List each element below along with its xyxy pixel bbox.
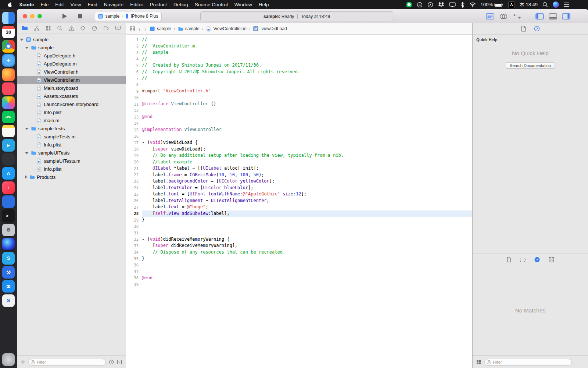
line-number[interactable]: 23 xyxy=(126,179,142,184)
code-line[interactable]: 13@end xyxy=(126,114,472,120)
media-library-icon[interactable] xyxy=(549,257,554,262)
file-inspector-tab-icon[interactable] xyxy=(521,26,526,32)
input-source-icon[interactable]: A xyxy=(508,1,515,8)
code-line[interactable]: 25 label.font = [UIFont fontWithName:@"A… xyxy=(126,191,472,198)
dock-icon-notes[interactable] xyxy=(2,125,15,137)
line-number[interactable]: 31 xyxy=(126,231,142,235)
line-number[interactable]: 24 xyxy=(126,185,142,190)
tree-item-appdelegate-h[interactable]: hAppDelegate.h xyxy=(17,52,126,60)
dock-icon-photos[interactable] xyxy=(2,96,15,109)
navigator-tab-find[interactable] xyxy=(57,25,62,31)
code-line[interactable]: 10 xyxy=(126,95,472,101)
dock-icon-app-dark[interactable] xyxy=(2,153,15,166)
code-text[interactable]: [super didReceiveMemoryWarning]; xyxy=(142,243,472,249)
code-line[interactable]: 21 UILabel *label = [[UILabel alloc] ini… xyxy=(126,165,472,172)
code-text[interactable]: } xyxy=(142,255,472,262)
code-text[interactable]: label.frame = CGRectMake(10, 10, 100, 50… xyxy=(142,172,472,178)
navigator-tab-tests[interactable] xyxy=(80,25,86,31)
recent-files-filter-icon[interactable] xyxy=(109,360,114,365)
dock-icon-music[interactable]: ♪ xyxy=(2,181,15,194)
disclosure-triangle[interactable] xyxy=(25,152,29,154)
code-line[interactable]: 27 label.text = @"hoge"; xyxy=(126,204,472,210)
navigator-filter-input[interactable] xyxy=(28,359,106,366)
navigator-tab-project[interactable] xyxy=(22,25,28,31)
code-line[interactable]: 23 label.backgroundColor = [UIColor yell… xyxy=(126,178,472,185)
tree-item-sampleuitests[interactable]: sampleUITests xyxy=(17,149,126,157)
dock-icon-app-red[interactable] xyxy=(2,82,15,95)
navigator-tab-reports[interactable] xyxy=(115,25,121,31)
line-number[interactable]: 7 xyxy=(126,76,142,81)
tree-item-info-plist[interactable]: Info.plist xyxy=(17,165,126,173)
tree-item-sampletests[interactable]: sampleTests xyxy=(17,124,126,132)
code-line[interactable]: 39 xyxy=(126,281,472,288)
file-template-library-icon[interactable] xyxy=(507,257,511,262)
standard-editor-button[interactable] xyxy=(486,13,494,20)
code-area[interactable]: 1//2// ViewController.m3// sample4//5// … xyxy=(126,35,472,368)
dock-icon-xcode[interactable]: ⚒ xyxy=(2,266,15,279)
line-number[interactable]: 4 xyxy=(126,57,142,61)
dock-icon-app-blue[interactable] xyxy=(2,195,15,208)
code-line[interactable]: 5// Created by Shimotsu Junpei on 2017/1… xyxy=(126,62,472,69)
line-number[interactable]: 18 xyxy=(126,147,142,151)
display-mirroring-icon[interactable] xyxy=(449,2,456,7)
code-line[interactable]: 29} xyxy=(126,217,472,223)
breadcrumb-item-viewcontroller-m[interactable]: mViewController.m xyxy=(206,26,246,32)
tree-item-sampleuitests-m[interactable]: msampleUITests.m xyxy=(17,157,126,165)
code-line[interactable]: 22 label.frame = CGRectMake(10, 10, 100,… xyxy=(126,172,472,178)
tree-item-sampletests-m[interactable]: msampleTests.m xyxy=(17,132,126,141)
code-line[interactable]: 17- (void)viewDidLoad { xyxy=(126,139,472,146)
code-text[interactable]: // Do any additional setup after loading… xyxy=(142,152,472,159)
line-status-icon[interactable] xyxy=(406,2,412,8)
line-number[interactable]: 39 xyxy=(126,282,142,287)
dropbox-icon[interactable] xyxy=(438,2,444,7)
code-line[interactable]: 38@end xyxy=(126,275,472,282)
tree-item-viewcontroller-h[interactable]: hViewController.h xyxy=(17,68,126,76)
go-back-button[interactable]: ‹ xyxy=(138,26,141,32)
battery-indicator[interactable]: 100% xyxy=(481,2,503,7)
line-number[interactable]: 19 xyxy=(126,153,142,158)
code-text[interactable]: label.text = @"hoge"; xyxy=(142,204,472,210)
code-line[interactable]: 15@implementation ViewController xyxy=(126,127,472,133)
line-number[interactable]: 2 xyxy=(126,44,142,48)
stop-button[interactable] xyxy=(78,14,82,18)
dock-icon-safari[interactable]: ✦ xyxy=(2,54,15,67)
line-number[interactable]: 15 xyxy=(126,128,142,132)
code-text[interactable]: @end xyxy=(142,275,472,282)
line-number[interactable]: 34 xyxy=(126,250,142,254)
assistant-editor-button[interactable] xyxy=(499,13,508,20)
menu-item-window[interactable]: Window xyxy=(231,0,255,9)
code-text[interactable]: // xyxy=(142,36,472,43)
code-line[interactable]: 6// Copyright © 2017年 Shimotsu Junpei. A… xyxy=(126,69,472,75)
add-file-button[interactable] xyxy=(21,360,25,364)
zoom-window-button[interactable] xyxy=(37,14,42,18)
tree-item-assets-xcassets[interactable]: Assets.xcassets xyxy=(17,92,126,100)
breadcrumb-item-sample[interactable]: sample xyxy=(150,26,171,32)
line-number[interactable]: 1 xyxy=(126,38,142,42)
skype-status-icon[interactable]: S xyxy=(417,2,423,8)
line-number[interactable]: 14 xyxy=(126,121,142,125)
code-text[interactable]: // xyxy=(142,56,472,63)
tree-item-main-storyboard[interactable]: Main.storyboard xyxy=(17,84,126,92)
breadcrumb-item--viewdidload[interactable]: M-viewDidLoad xyxy=(253,26,287,31)
line-number[interactable]: 5 xyxy=(126,63,142,68)
notification-center-icon[interactable] xyxy=(564,3,569,7)
code-line[interactable]: 2// ViewController.m xyxy=(126,43,472,50)
menu-item-navigate[interactable]: Navigate xyxy=(101,0,127,9)
siri-icon[interactable] xyxy=(553,1,559,8)
dock-icon-terminal[interactable]: >_ xyxy=(2,209,15,222)
code-text[interactable]: // Dispose of any resources that can be … xyxy=(142,249,472,256)
line-number[interactable]: 20 xyxy=(126,160,142,164)
code-text[interactable]: [self.view addSubview:label]; xyxy=(142,210,472,217)
menu-bar-clock[interactable]: 木 18:49 xyxy=(520,1,538,8)
dock-icon-trash[interactable] xyxy=(2,353,15,366)
tree-item-launchscreen-storyboard[interactable]: LaunchScreen.storyboard xyxy=(17,100,126,108)
menu-item-help[interactable]: Help xyxy=(255,0,272,9)
tree-item-sample[interactable]: sample xyxy=(17,35,126,43)
line-number[interactable]: 27 xyxy=(126,205,142,209)
code-line[interactable]: 20 //label example xyxy=(126,159,472,166)
line-number[interactable]: 3 xyxy=(126,50,142,55)
code-line[interactable]: 11@interface ViewController () xyxy=(126,101,472,107)
code-text[interactable]: UILabel *label = [[UILabel alloc] init]; xyxy=(142,165,472,172)
tree-item-sample[interactable]: sample xyxy=(17,43,126,52)
code-line[interactable]: 3// sample xyxy=(126,49,472,56)
